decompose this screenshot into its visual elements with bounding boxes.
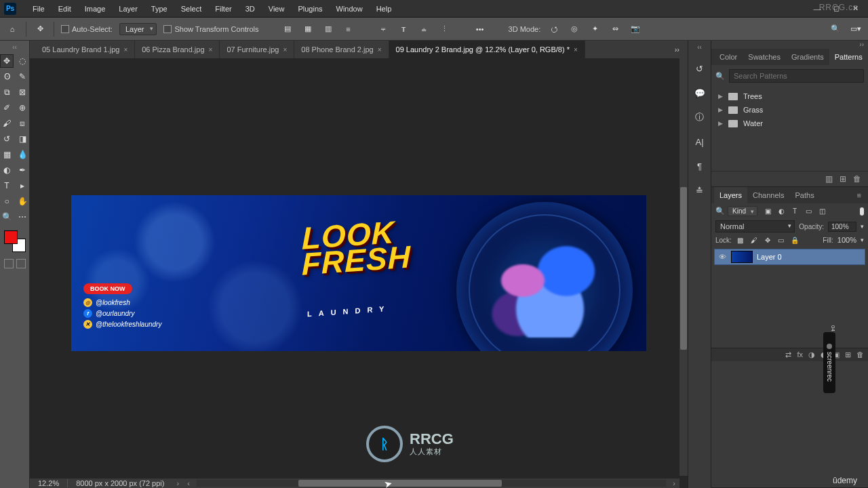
info-panel-icon[interactable]: ⓘ: [692, 110, 707, 125]
info-flyout-icon[interactable]: ›: [172, 479, 183, 487]
dodge-tool[interactable]: ◐: [0, 163, 14, 177]
adjustment-layer-icon[interactable]: ◐: [821, 350, 827, 359]
link-layers-icon[interactable]: ⇄: [785, 350, 791, 359]
collapse-right2-icon[interactable]: ››: [711, 41, 868, 49]
layer-style-icon[interactable]: fx: [797, 350, 803, 359]
camera3d-icon[interactable]: 📷: [629, 22, 642, 36]
doc-tab[interactable]: 05 Laundry Brand 1.jpg×: [35, 41, 135, 58]
search-icon[interactable]: 🔍: [829, 22, 842, 36]
stamp-tool[interactable]: ⧇: [16, 117, 29, 130]
type-tool[interactable]: T: [0, 179, 14, 192]
blur-tool[interactable]: 💧: [16, 148, 29, 161]
patterns-search-input[interactable]: [729, 69, 864, 83]
frame-tool[interactable]: ⊠: [16, 85, 29, 99]
lock-artboard-icon[interactable]: ▭: [776, 235, 786, 245]
brush-tool[interactable]: 🖌: [0, 117, 14, 130]
quickmask-icon[interactable]: [4, 259, 14, 268]
menu-type[interactable]: Type: [144, 5, 174, 13]
close-icon[interactable]: ×: [209, 46, 213, 54]
eyedropper-tool[interactable]: ✐: [0, 101, 14, 115]
show-transform-checkbox[interactable]: Show Transform Controls: [163, 25, 258, 33]
lasso-tool[interactable]: ʘ: [0, 70, 14, 83]
pattern-group[interactable]: ▶Trees: [718, 89, 861, 103]
delete-layer-icon[interactable]: 🗑: [856, 350, 864, 359]
menu-file[interactable]: File: [26, 5, 52, 13]
close-icon[interactable]: ×: [378, 46, 382, 54]
filter-toggle[interactable]: [860, 207, 864, 216]
path-select-tool[interactable]: ▸: [16, 179, 29, 192]
history-brush-tool[interactable]: ↺: [0, 132, 14, 146]
slide3d-icon[interactable]: ⇔: [608, 22, 622, 36]
layer-row[interactable]: 👁 Layer 0: [714, 249, 865, 265]
close-icon[interactable]: ×: [123, 46, 127, 54]
doc-tab[interactable]: 06 Pizza Brand.jpg×: [135, 41, 220, 58]
window-close-icon[interactable]: ✕: [846, 3, 864, 15]
pattern-group[interactable]: ▶Grass: [718, 103, 861, 117]
edit-toolbar-icon[interactable]: ⋯: [16, 210, 29, 224]
collapse-left-icon[interactable]: ‹‹: [0, 43, 29, 52]
workspace-icon[interactable]: ▭▾: [849, 22, 863, 36]
canvas-viewport[interactable]: BOOK NOW ◎@lookfresh f@ourlaundry ✕@thel…: [30, 58, 688, 488]
visibility-toggle-icon[interactable]: 👁: [717, 253, 727, 261]
group-icon[interactable]: ▣: [833, 350, 840, 359]
distribute-h-icon[interactable]: ≡: [342, 22, 355, 36]
eraser-tool[interactable]: ◨: [16, 132, 29, 146]
roll3d-icon[interactable]: ◎: [568, 22, 581, 36]
layer-thumbnail[interactable]: [731, 251, 753, 263]
doc-tab-active[interactable]: 09 Laundry 2 Brand.jpg @ 12.2% (Layer 0,…: [389, 41, 585, 58]
healing-tool[interactable]: ⊕: [16, 101, 29, 115]
screenmode-icon[interactable]: [16, 259, 26, 268]
move-tool[interactable]: ✥: [0, 54, 14, 68]
align-top-icon[interactable]: ⫧: [377, 22, 391, 36]
paragraph-panel-icon[interactable]: ¶: [692, 159, 707, 174]
filter-adjust-icon[interactable]: ◐: [776, 207, 786, 216]
distribute-v-icon[interactable]: ⋮: [438, 22, 452, 36]
close-icon[interactable]: ×: [574, 46, 578, 54]
layer-mask-icon[interactable]: ◑: [808, 350, 815, 359]
menu-select[interactable]: Select: [174, 5, 209, 13]
align-center-v-icon[interactable]: ⫪: [397, 22, 411, 36]
hand-tool[interactable]: ✋: [16, 195, 29, 208]
fill-input[interactable]: 100%: [837, 236, 856, 244]
menu-image[interactable]: Image: [78, 5, 113, 13]
auto-select-target-dropdown[interactable]: Layer: [119, 23, 157, 35]
more-options-icon[interactable]: •••: [473, 22, 487, 36]
window-minimize-icon[interactable]: —: [808, 3, 826, 15]
menu-plugins[interactable]: Plugins: [291, 5, 329, 13]
menu-view[interactable]: View: [262, 5, 292, 13]
layer-name[interactable]: Layer 0: [757, 253, 782, 261]
shape-tool[interactable]: ○: [0, 195, 14, 208]
home-icon[interactable]: ⌂: [5, 22, 19, 36]
zoom-level[interactable]: 12.2%: [30, 479, 67, 487]
menu-3d[interactable]: 3D: [239, 5, 262, 13]
auto-select-checkbox[interactable]: Auto-Select:: [61, 25, 113, 33]
layer-filter-kind-dropdown[interactable]: Kind: [728, 206, 757, 216]
scroll-right-icon[interactable]: ›: [669, 479, 679, 487]
menu-filter[interactable]: Filter: [208, 5, 238, 13]
collapse-right1-icon[interactable]: ‹‹: [697, 43, 702, 52]
foreground-color[interactable]: [4, 230, 18, 244]
horizontal-scrollbar[interactable]: [197, 480, 667, 487]
zoom-tool[interactable]: 🔍: [0, 210, 14, 224]
gradient-tool[interactable]: ▦: [0, 148, 14, 161]
adjustments-panel-icon[interactable]: ≛: [692, 183, 707, 198]
doc-tab[interactable]: 07 Furniture.jpg×: [220, 41, 294, 58]
tab-patterns[interactable]: Patterns: [829, 49, 868, 65]
tab-layers[interactable]: Layers: [714, 187, 747, 203]
disclosure-icon[interactable]: ▶: [718, 106, 723, 113]
close-icon[interactable]: ×: [283, 46, 287, 54]
filter-shape-icon[interactable]: ▭: [804, 207, 813, 216]
filter-pixel-icon[interactable]: ▣: [763, 207, 772, 216]
scroll-left-icon[interactable]: ‹: [183, 479, 194, 487]
lock-all-icon[interactable]: 🔒: [790, 235, 800, 245]
new-preset-icon[interactable]: ⊞: [840, 174, 846, 184]
lock-position-icon[interactable]: ✥: [763, 235, 772, 245]
disclosure-icon[interactable]: ▶: [718, 93, 723, 100]
filter-smart-icon[interactable]: ◫: [817, 207, 827, 216]
pen-tool[interactable]: ✒: [16, 163, 29, 177]
align-bottom-icon[interactable]: ⫨: [418, 22, 431, 36]
doc-dimensions[interactable]: 8000 px x 2000 px (72 ppi): [67, 479, 172, 487]
quick-select-tool[interactable]: ✎: [16, 70, 29, 83]
menu-help[interactable]: Help: [370, 5, 399, 13]
panel-menu-icon[interactable]: ≡: [853, 191, 865, 199]
